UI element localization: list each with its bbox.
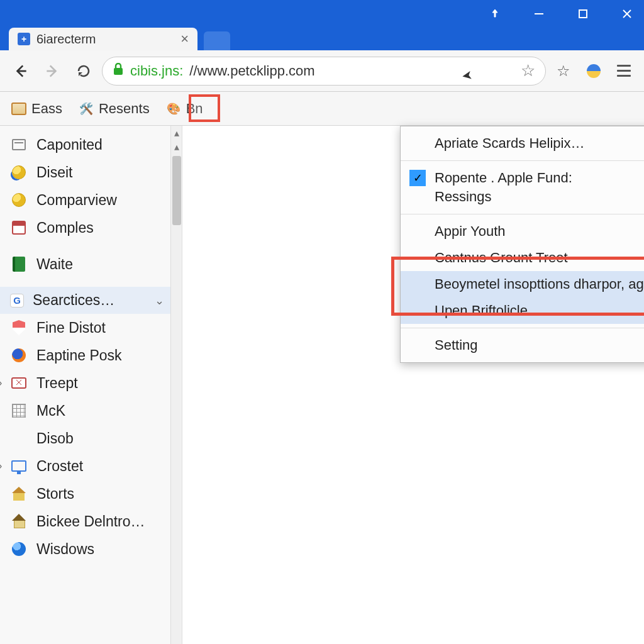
bookmark-star-inner-icon[interactable]: ☆	[521, 61, 535, 80]
menu-label: Ropente . Apple Fund:	[435, 170, 572, 186]
sidebar-label: Comples	[36, 219, 94, 236]
tab-title: 6iarecterm	[36, 32, 174, 47]
menu-item-setting[interactable]: Setting	[401, 332, 644, 358]
profile-icon[interactable]	[581, 58, 606, 84]
sidebar: Caponited Diseit Comparview Comples Wait…	[0, 126, 182, 644]
menu-item-upen[interactable]: Upen Briftolicle.	[401, 297, 644, 324]
sidebar-item-comples[interactable]: Comples	[0, 214, 182, 242]
chevron-right-icon: ›	[0, 377, 2, 389]
bookmark-item-resents[interactable]: 🛠️ Resents	[75, 98, 153, 119]
menu-separator	[401, 328, 644, 328]
sidebar-item-crostet[interactable]: › Crostet	[0, 452, 182, 480]
sidebar-scrollbar[interactable]: ▴ ▴	[170, 126, 182, 644]
bookmarks-bar: Eass 🛠️ Resents 🎨 Bn	[0, 92, 644, 126]
back-button[interactable]	[8, 58, 34, 84]
highlight-box-toolbar	[189, 94, 220, 122]
sidebar-item-wisdows[interactable]: Wisdows	[0, 535, 182, 563]
sidebar-label: Searctices…	[33, 292, 114, 309]
tab-favicon-icon: +	[18, 33, 30, 45]
sidebar-label: Diseit	[36, 164, 73, 181]
book-icon	[10, 255, 28, 273]
menu-label: Setting	[435, 337, 478, 353]
menu-sublabel: Ressings	[435, 189, 491, 205]
sidebar-label: McK	[36, 402, 65, 419]
sidebar-item-searctices[interactable]: G Searctices… ⌄	[0, 287, 182, 314]
scroll-up-icon[interactable]: ▴	[171, 126, 182, 140]
menu-item-beoymetel[interactable]: Beoymetel insopttions dharpor, age…	[401, 271, 644, 297]
sidebar-label: Comparview	[36, 192, 117, 209]
sidebar-label: Treept	[36, 375, 78, 392]
home-icon	[10, 513, 28, 530]
grid-icon	[10, 402, 28, 419]
sidebar-item-storts[interactable]: Storts	[0, 480, 182, 508]
bookmark-label: Eass	[31, 101, 62, 117]
monitor-icon	[10, 457, 28, 475]
globe-icon	[10, 191, 28, 209]
dropdown-menu: Apriate Scards Helipix… ✓ Ropente . Appl…	[400, 126, 644, 363]
app-menu-button[interactable]	[611, 58, 636, 84]
forward-button[interactable]	[39, 58, 65, 84]
url-host: //www.petcklipp.com	[189, 63, 314, 79]
menu-item-appir[interactable]: Appir Youth	[401, 218, 644, 245]
tab-strip: + 6iarecterm ×	[0, 24, 644, 50]
close-window-button[interactable]	[613, 0, 641, 28]
globe-arrow-icon	[10, 164, 28, 181]
blank-icon	[10, 430, 28, 447]
calendar-icon	[10, 136, 28, 153]
bookmark-star-icon[interactable]: ☆	[551, 58, 576, 84]
search-app-icon: G	[10, 294, 24, 308]
sidebar-item-fine-distot[interactable]: Fine Distot	[0, 314, 182, 341]
scroll-up2-icon[interactable]: ▴	[171, 140, 182, 153]
sidebar-item-disob[interactable]: Disob	[0, 425, 182, 452]
tab-close-icon[interactable]: ×	[180, 31, 189, 47]
check-icon: ✓	[409, 170, 426, 186]
main-area: Caponited Diseit Comparview Comples Wait…	[0, 126, 644, 644]
globe-blue-icon	[10, 540, 28, 558]
menu-label: Upen Briftolicle.	[435, 303, 531, 319]
maximize-button[interactable]	[569, 0, 597, 28]
calendar-red-icon	[10, 219, 28, 236]
toolbox-icon	[10, 374, 28, 392]
menu-item-ropente[interactable]: ✓ Ropente . Apple Fund: Ressings ▶	[401, 165, 644, 210]
house-icon	[10, 485, 28, 502]
tools-icon: 🛠️	[79, 101, 94, 116]
upload-icon[interactable]	[480, 0, 509, 28]
sidebar-item-treept[interactable]: › Treept	[0, 369, 182, 397]
page-content: Lands Eouth Tute, Crouit Joled,, Apriate…	[182, 126, 644, 644]
sidebar-label: Bickee Delntro…	[36, 513, 145, 530]
lock-icon	[113, 63, 124, 79]
navigation-toolbar: cibis.jns: //www.petcklipp.com ☆ ➤ ☆	[0, 50, 644, 92]
sidebar-item-caponited[interactable]: Caponited	[0, 131, 182, 158]
shield-icon	[10, 319, 28, 336]
sidebar-item-mck[interactable]: McK	[0, 397, 182, 425]
sidebar-item-waite[interactable]: Waite	[0, 250, 182, 278]
chevron-down-icon: ⌄	[155, 294, 164, 308]
folder-icon	[11, 101, 26, 116]
bookmark-label: Resents	[99, 101, 150, 117]
menu-item-apriate[interactable]: Apriate Scards Helipix…	[401, 130, 644, 157]
sidebar-label: Fine Distot	[36, 319, 106, 336]
reload-button[interactable]	[70, 58, 97, 84]
svg-rect-6	[114, 68, 123, 75]
minimize-button[interactable]	[525, 0, 553, 28]
sidebar-item-comparview[interactable]: Comparview	[0, 186, 182, 214]
url-scheme: cibis.jns:	[130, 63, 183, 79]
sidebar-item-eaptine-posk[interactable]: Eaptine Posk	[0, 341, 182, 369]
scroll-thumb[interactable]	[172, 156, 181, 225]
sidebar-label: Eaptine Posk	[36, 347, 122, 364]
bookmark-item-eass[interactable]: Eass	[8, 98, 66, 119]
palette-icon: 🎨	[166, 101, 181, 116]
browser-tab[interactable]: + 6iarecterm ×	[9, 28, 197, 50]
menu-item-cantnus[interactable]: Cantnus Grount Treet	[401, 245, 644, 271]
firefox-icon	[10, 347, 28, 364]
svg-rect-1	[579, 10, 587, 18]
menu-label: Apriate Scards Helipix…	[435, 135, 584, 152]
sidebar-item-bickee[interactable]: Bickee Delntro…	[0, 508, 182, 535]
address-bar[interactable]: cibis.jns: //www.petcklipp.com ☆	[102, 57, 546, 86]
sidebar-label: Wisdows	[36, 541, 94, 558]
sidebar-label: Caponited	[36, 136, 103, 153]
sidebar-item-diseit[interactable]: Diseit	[0, 158, 182, 186]
menu-separator	[401, 214, 644, 214]
new-tab-button[interactable]	[204, 31, 230, 50]
sidebar-label: Waite	[36, 256, 73, 273]
